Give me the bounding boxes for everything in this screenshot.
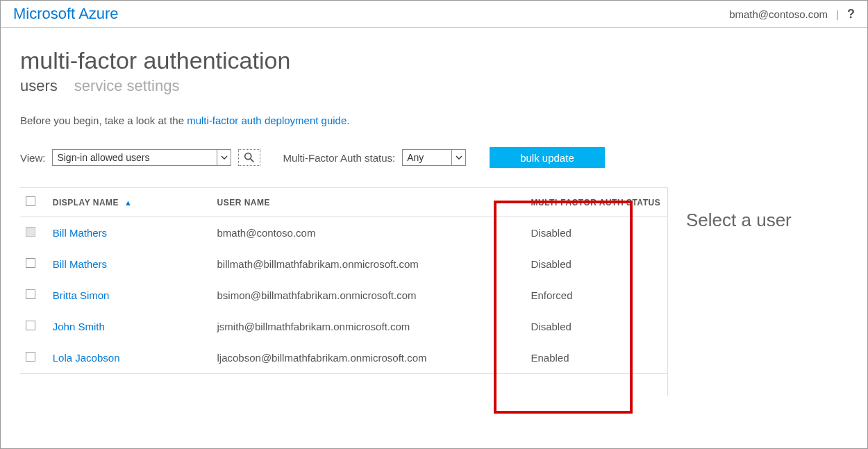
intro-link[interactable]: multi-factor auth deployment guide xyxy=(187,115,347,126)
table-row[interactable]: John Smithjsmith@billmathfabrikam.onmicr… xyxy=(20,311,667,342)
view-select[interactable]: Sign-in allowed users xyxy=(52,149,231,166)
users-table-area: DISPLAY NAME ▲ USER NAME MULTI-FACTOR AU… xyxy=(20,187,667,374)
table-header-row: DISPLAY NAME ▲ USER NAME MULTI-FACTOR AU… xyxy=(20,188,667,217)
bulk-update-button[interactable]: bulk update xyxy=(490,147,605,168)
user-name-cell: billmath@billmathfabrikam.onmicrosoft.co… xyxy=(212,248,526,280)
table-body: Bill Mathersbmath@contoso.comDisabledBil… xyxy=(20,217,667,374)
select-all-checkbox[interactable] xyxy=(26,196,35,206)
top-bar: Microsoft Azure bmath@contoso.com | ? xyxy=(1,1,867,28)
content-area: multi-factor authentication users servic… xyxy=(1,28,867,396)
sort-asc-icon: ▲ xyxy=(124,198,132,207)
tabs: users service settings xyxy=(20,77,848,95)
header-display-name[interactable]: DISPLAY NAME ▲ xyxy=(47,188,212,217)
status-filter-label: Multi-Factor Auth status: xyxy=(283,152,395,164)
divider: | xyxy=(836,8,839,20)
main-row: DISPLAY NAME ▲ USER NAME MULTI-FACTOR AU… xyxy=(20,187,848,396)
row-checkbox[interactable] xyxy=(26,258,35,268)
mfa-status-cell: Enforced xyxy=(526,280,668,311)
page-title: multi-factor authentication xyxy=(20,47,848,74)
account-email[interactable]: bmath@contoso.com xyxy=(729,8,828,20)
table-row[interactable]: Bill Mathersbillmath@billmathfabrikam.on… xyxy=(20,248,667,280)
help-icon[interactable]: ? xyxy=(847,7,855,22)
row-checkbox[interactable] xyxy=(26,321,35,330)
intro-prefix: Before you begin, take a look at the xyxy=(20,115,187,126)
view-select-value: Sign-in allowed users xyxy=(53,152,153,163)
status-select[interactable]: Any xyxy=(402,149,466,166)
intro-text: Before you begin, take a look at the mul… xyxy=(20,115,848,126)
status-select-value: Any xyxy=(403,152,428,163)
header-checkbox-cell xyxy=(20,188,47,217)
top-bar-right: bmath@contoso.com | ? xyxy=(729,7,855,22)
user-name-link[interactable]: Bill Mathers xyxy=(53,258,107,270)
brand-label: Microsoft Azure xyxy=(13,5,119,23)
mfa-status-cell: Enabled xyxy=(526,342,668,374)
user-name-cell: bsimon@billmathfabrikam.onmicrosoft.com xyxy=(212,280,526,311)
user-name-cell: jsmith@billmathfabrikam.onmicrosoft.com xyxy=(212,311,526,342)
header-user-name[interactable]: USER NAME xyxy=(212,188,526,217)
table-row[interactable]: Bill Mathersbmath@contoso.comDisabled xyxy=(20,217,667,249)
chevron-down-icon xyxy=(451,150,465,165)
user-name-link[interactable]: Bill Mathers xyxy=(53,227,107,239)
user-name-cell: bmath@contoso.com xyxy=(212,217,526,249)
intro-suffix: . xyxy=(347,115,349,126)
user-name-cell: ljacobson@billmathfabrikam.onmicrosoft.c… xyxy=(212,342,526,374)
svg-line-1 xyxy=(251,159,254,162)
row-checkbox[interactable] xyxy=(26,227,35,237)
row-checkbox[interactable] xyxy=(26,289,35,299)
user-name-link[interactable]: Britta Simon xyxy=(53,289,110,301)
filters-row: View: Sign-in allowed users Multi-Factor… xyxy=(20,147,848,168)
mfa-status-cell: Disabled xyxy=(526,217,668,249)
table-row[interactable]: Britta Simonbsimon@billmathfabrikam.onmi… xyxy=(20,280,667,311)
tab-users[interactable]: users xyxy=(20,77,58,95)
view-label: View: xyxy=(20,152,45,164)
users-table: DISPLAY NAME ▲ USER NAME MULTI-FACTOR AU… xyxy=(20,187,667,374)
tab-service-settings[interactable]: service settings xyxy=(74,77,180,95)
header-mfa-status[interactable]: MULTI-FACTOR AUTH STATUS xyxy=(526,188,668,217)
row-checkbox[interactable] xyxy=(26,352,35,362)
user-name-link[interactable]: Lola Jacobson xyxy=(53,352,120,364)
search-icon[interactable] xyxy=(238,149,260,166)
user-name-link[interactable]: John Smith xyxy=(53,321,105,332)
svg-point-0 xyxy=(245,153,251,160)
table-row[interactable]: Lola Jacobsonljacobson@billmathfabrikam.… xyxy=(20,342,667,374)
side-panel: Select a user xyxy=(667,187,848,396)
side-panel-prompt: Select a user xyxy=(686,210,792,230)
chevron-down-icon xyxy=(217,150,231,165)
mfa-status-cell: Disabled xyxy=(526,248,668,280)
mfa-status-cell: Disabled xyxy=(526,311,668,342)
